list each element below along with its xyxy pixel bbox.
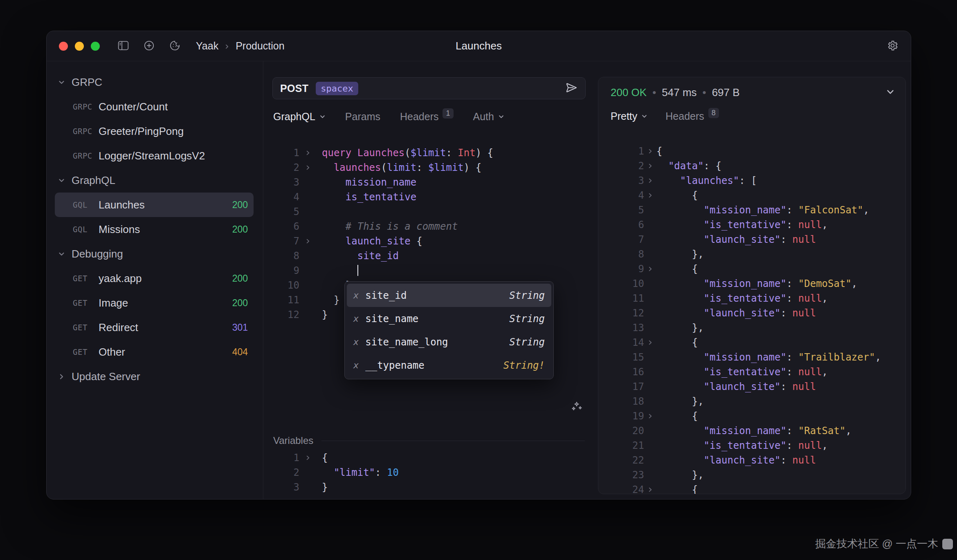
sidebar-folder-grpc[interactable]: GRPC (55, 70, 254, 94)
url-bar[interactable]: POST spacex (272, 77, 586, 99)
code-text: "mission_name": "FalconSat", (656, 203, 869, 217)
tab-graphql[interactable]: GraphQL (273, 111, 326, 123)
chevron-down-icon (58, 79, 65, 86)
code-text: { (656, 262, 698, 276)
fold-gutter (644, 365, 656, 379)
fold-icon[interactable] (644, 144, 656, 159)
tab-label: Params (345, 111, 380, 123)
line-number: 13 (598, 320, 644, 335)
new-request-button[interactable] (144, 40, 155, 52)
line-number: 8 (598, 247, 644, 262)
response-pane: 200 OK • 547 ms • 697 B PrettyHeaders8 1… (598, 77, 906, 494)
breadcrumb-workspace[interactable]: Yaak (196, 40, 218, 52)
variables-editor[interactable]: 1{2 "limit": 103} (263, 450, 595, 495)
field-kind-icon: x (353, 290, 359, 300)
code-text: } (317, 293, 339, 307)
code-text: } (317, 307, 328, 322)
autocomplete-item-site-name-long[interactable]: xsite_name_longString (347, 330, 551, 354)
variables-label: Variables (273, 435, 313, 446)
fold-icon[interactable] (644, 262, 656, 276)
code-text: "is_tentative": null, (656, 291, 828, 306)
plus-circle-icon (144, 40, 155, 52)
suggestion-type: String (509, 290, 545, 301)
fold-gutter (644, 232, 656, 247)
query-line-6: 6 # This is a comment (263, 219, 595, 234)
code-text: "launch_site": null (656, 379, 816, 394)
tab-auth[interactable]: Auth (473, 111, 504, 123)
sidebar-request-counter-count[interactable]: GRPCCounter/Count (55, 94, 254, 119)
code-text: }, (656, 394, 704, 409)
sidebar-request-greeter-pingpong[interactable]: GRPCGreeter/PingPong (55, 119, 254, 143)
sidebar-request-redirect[interactable]: GETRedirect301 (55, 315, 254, 340)
format-query-button[interactable] (570, 400, 583, 414)
response-line-18: 18 }, (598, 394, 905, 409)
chevron-down-icon (319, 114, 326, 120)
sidebar-request-image[interactable]: GETImage200 (55, 291, 254, 315)
fold-icon[interactable] (644, 173, 656, 188)
fold-gutter (299, 219, 317, 234)
line-number: 9 (263, 263, 299, 278)
autocomplete-item-site-id[interactable]: xsite_idString (347, 284, 551, 307)
close-window-button[interactable] (59, 42, 68, 51)
cookies-button[interactable] (169, 40, 180, 52)
tab-headers[interactable]: Headers8 (665, 110, 719, 122)
sidebar-request-launches[interactable]: GQLLaunches200 (55, 193, 254, 217)
settings-button[interactable] (887, 40, 899, 53)
response-line-15: 15 "mission_name": "Trailblazer", (598, 350, 905, 365)
autocomplete-item-site-name[interactable]: xsite_nameString (347, 307, 551, 330)
fold-icon[interactable] (299, 234, 317, 249)
send-icon (565, 81, 578, 95)
request-method-tag: GQL (73, 225, 99, 234)
request-method-tag: GET (73, 323, 99, 332)
chevron-down-icon (641, 113, 647, 119)
folder-label: GraphQL (72, 174, 115, 187)
sidebar-folder-graphql[interactable]: GraphQL (55, 168, 254, 193)
fold-icon[interactable] (644, 409, 656, 423)
fold-icon[interactable] (299, 450, 317, 465)
fold-gutter (644, 468, 656, 482)
minimize-window-button[interactable] (75, 42, 84, 51)
fold-gutter (644, 306, 656, 320)
sidebar-request-other[interactable]: GETOther404 (55, 340, 254, 364)
response-line-7: 7 "launch_site": null (598, 232, 905, 247)
code-text: } (317, 480, 328, 495)
fold-gutter (644, 247, 656, 262)
sidebar-folder-debugging[interactable]: Debugging (55, 242, 254, 266)
sidebar-request-missions[interactable]: GQLMissions200 (55, 217, 254, 242)
fold-icon[interactable] (644, 159, 656, 173)
sidebar-folder-update-server[interactable]: Update Server (55, 364, 254, 389)
fold-icon[interactable] (299, 146, 317, 160)
tab-headers[interactable]: Headers1 (400, 111, 454, 123)
toggle-sidebar-button[interactable] (118, 40, 129, 52)
response-body-viewer[interactable]: 1{2 "data": {3 "launches": [4 {5 "missio… (598, 144, 905, 494)
line-number: 24 (598, 482, 644, 494)
autocomplete-item-typename[interactable]: x__typenameString! (347, 354, 551, 377)
tab-label: Headers (400, 111, 439, 123)
fold-icon[interactable] (299, 160, 317, 175)
tab-params[interactable]: Params (345, 111, 380, 123)
status-badge: 301 (232, 322, 248, 333)
fold-gutter (644, 379, 656, 394)
sidebar-request-yaak-app[interactable]: GETyaak.app200 (55, 266, 254, 291)
response-menu-button[interactable] (886, 87, 895, 98)
zoom-window-button[interactable] (91, 42, 100, 51)
fold-icon[interactable] (644, 335, 656, 350)
code-text (317, 263, 358, 278)
send-request-button[interactable] (565, 81, 578, 95)
line-number: 2 (263, 465, 299, 480)
fold-gutter (644, 438, 656, 453)
sidebar-request-logger-streamlogsv2[interactable]: GRPCLogger/StreamLogsV2 (55, 143, 254, 168)
fold-icon[interactable] (644, 188, 656, 203)
response-line-16: 16 "is_tentative": null, (598, 365, 905, 379)
breadcrumb-environment[interactable]: Production (236, 40, 285, 52)
request-name: Greeter/PingPong (99, 125, 184, 138)
status-badge: 200 (232, 224, 248, 235)
fold-gutter (299, 249, 317, 263)
tab-pretty[interactable]: Pretty (611, 110, 647, 122)
line-number: 4 (598, 188, 644, 203)
fold-icon[interactable] (644, 482, 656, 494)
suggestion-type: String (509, 313, 545, 325)
separator-dot: • (652, 86, 656, 99)
request-name: Launches (99, 199, 145, 211)
url-template-chip[interactable]: spacex (316, 82, 358, 95)
